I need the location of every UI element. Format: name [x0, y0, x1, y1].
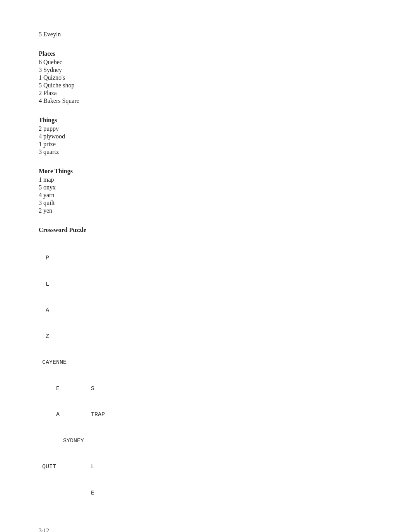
crossword-title: Crossword Puzzle — [39, 227, 372, 234]
list-item: 3 Sydney — [39, 66, 372, 73]
crossword-row: SYDNEY — [39, 437, 372, 446]
more-things-title: More Things — [39, 168, 372, 175]
list-item: 2 yen — [39, 207, 372, 214]
things-list: 2 puppy 4 plywood 1 prize 3 quartz — [39, 125, 372, 155]
places-list: 6 Quebec 3 Sydney 1 Quizno's 5 Quiche sh… — [39, 59, 372, 104]
crossword-row: E S — [39, 385, 372, 394]
things-section: Things 2 puppy 4 plywood 1 prize 3 quart… — [39, 117, 372, 155]
crossword-row: L — [39, 280, 372, 289]
list-item: 1 map — [39, 176, 372, 183]
crossword-section: Crossword Puzzle P L A Z CAYENNE E S A T… — [39, 227, 372, 515]
crossword-row: P — [39, 254, 372, 263]
crossword-row: A — [39, 306, 372, 315]
list-item: 2 Plaza — [39, 90, 372, 97]
places-section: Places 6 Quebec 3 Sydney 1 Quizno's 5 Qu… — [39, 50, 372, 104]
intro-section: 5 Eveyln — [39, 31, 372, 38]
list-item: 4 Bakers Square — [39, 97, 372, 104]
crossword-row: QUIT L — [39, 463, 372, 472]
intro-item: 5 Eveyln — [39, 31, 372, 38]
list-item: 3 quartz — [39, 148, 372, 155]
minidialogues-section: 3:12 Minidialogues 1: ASL class is 3/hr … — [39, 527, 372, 532]
list-item: 2 puppy — [39, 125, 372, 132]
crossword-row: A TRAP — [39, 411, 372, 419]
list-item: 6 Quebec — [39, 59, 372, 66]
list-item: 5 Quiche shop — [39, 82, 372, 89]
list-item: 5 onyx — [39, 184, 372, 191]
list-item: 1 Quizno's — [39, 74, 372, 81]
list-item: 4 yarn — [39, 192, 372, 199]
more-things-list: 1 map 5 onyx 4 yarn 3 quilt 2 yen — [39, 176, 372, 214]
crossword-grid: P L A Z CAYENNE E S A TRAP SYDNEY QUIT L… — [39, 237, 372, 515]
time-label: 3:12 — [39, 527, 372, 532]
list-item: 1 prize — [39, 141, 372, 148]
things-title: Things — [39, 117, 372, 124]
more-things-section: More Things 1 map 5 onyx 4 yarn 3 quilt … — [39, 168, 372, 214]
crossword-row: E — [39, 489, 372, 498]
list-item: 3 quilt — [39, 200, 372, 206]
crossword-row: CAYENNE — [39, 358, 372, 367]
list-item: 4 plywood — [39, 133, 372, 140]
crossword-row: Z — [39, 332, 372, 341]
places-title: Places — [39, 50, 372, 57]
